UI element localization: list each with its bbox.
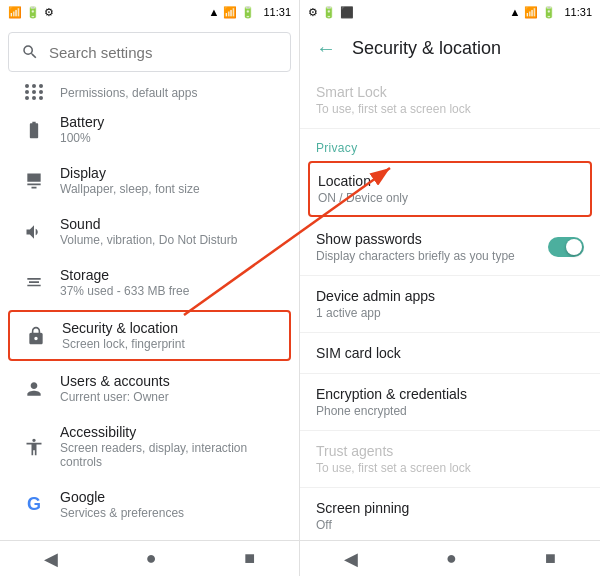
sim-card-lock-title: SIM card lock xyxy=(316,345,584,361)
lock-icon xyxy=(18,326,54,346)
right-back-button[interactable]: ◀ xyxy=(328,544,374,574)
wifi-icon: ▲ xyxy=(209,6,220,18)
security-subtitle: Screen lock, fingerprint xyxy=(62,337,281,351)
smart-lock-subtitle: To use, first set a screen lock xyxy=(316,102,584,116)
right-gear-icon: ⚙ xyxy=(308,6,318,19)
users-subtitle: Current user: Owner xyxy=(60,390,283,404)
display-title: Display xyxy=(60,165,283,181)
back-button[interactable]: ◀ xyxy=(28,544,74,574)
left-status-bar: 📶 🔋 ⚙ ▲ 📶 🔋 11:31 xyxy=(0,0,299,24)
battery-icon: 🔋 xyxy=(241,6,255,19)
left-time: 11:31 xyxy=(263,6,291,18)
device-admin-title: Device admin apps xyxy=(316,288,584,304)
settings-item-system[interactable]: System Languages, time, backup, updates xyxy=(0,530,299,540)
screen-pinning-title: Screen pinning xyxy=(316,500,584,516)
apps-subtitle: Permissions, default apps xyxy=(60,86,283,100)
storage-icon xyxy=(16,273,52,293)
right-panel-header: ← Security & location xyxy=(300,24,600,72)
settings-item-battery[interactable]: Battery 100% xyxy=(0,104,299,155)
right-nav-bar: ◀ ● ■ xyxy=(300,540,600,576)
settings-item-users[interactable]: Users & accounts Current user: Owner xyxy=(0,363,299,414)
location-title: Location xyxy=(318,173,582,189)
search-icon xyxy=(21,43,39,61)
right-battery-icon: 🔋 xyxy=(322,6,336,19)
accessibility-icon xyxy=(16,437,52,457)
show-passwords-subtitle: Display characters briefly as you type xyxy=(316,249,515,263)
search-input[interactable] xyxy=(49,44,278,61)
sound-title: Sound xyxy=(60,216,283,232)
home-button[interactable]: ● xyxy=(130,544,173,573)
accessibility-title: Accessibility xyxy=(60,424,283,440)
storage-subtitle: 37% used - 633 MB free xyxy=(60,284,283,298)
left-nav-bar: ◀ ● ■ xyxy=(0,540,299,576)
display-subtitle: Wallpaper, sleep, font size xyxy=(60,182,283,196)
battery-title: Battery xyxy=(60,114,283,130)
settings-item-display[interactable]: Display Wallpaper, sleep, font size xyxy=(0,155,299,206)
right-sim-icon: ⬛ xyxy=(340,6,354,19)
settings-item-sound[interactable]: Sound Volume, vibration, Do Not Disturb xyxy=(0,206,299,257)
right-wifi-icon: ▲ xyxy=(510,6,521,18)
right-status-right: ▲ 📶 🔋 11:31 xyxy=(510,6,592,19)
settings-item-storage[interactable]: Storage 37% used - 633 MB free xyxy=(0,257,299,308)
encryption-item[interactable]: Encryption & credentials Phone encrypted xyxy=(300,374,600,431)
screen-pinning-item[interactable]: Screen pinning Off xyxy=(300,488,600,540)
battery-icon xyxy=(16,120,52,140)
app-container: 📶 🔋 ⚙ ▲ 📶 🔋 11:31 xyxy=(0,0,600,576)
encryption-subtitle: Phone encrypted xyxy=(316,404,584,418)
battery-subtitle: 100% xyxy=(60,131,283,145)
sim-icon: 📶 xyxy=(8,6,22,19)
left-status-icons: 📶 🔋 ⚙ xyxy=(8,6,54,19)
device-admin-item[interactable]: Device admin apps 1 active app xyxy=(300,276,600,333)
right-signal-icon: 📶 xyxy=(524,6,538,19)
google-subtitle: Services & preferences xyxy=(60,506,283,520)
trust-agents-title: Trust agents xyxy=(316,443,584,459)
settings-item-apps[interactable]: Permissions, default apps xyxy=(0,80,299,104)
screen-pinning-subtitle: Off xyxy=(316,518,584,532)
settings-list: Permissions, default apps Battery 100% xyxy=(0,80,299,540)
right-status-icons: ⚙ 🔋 ⬛ xyxy=(308,6,354,19)
panel-title: Security & location xyxy=(352,38,501,59)
person-icon xyxy=(16,379,52,399)
location-item[interactable]: Location ON / Device only xyxy=(308,161,592,217)
right-home-button[interactable]: ● xyxy=(430,544,473,573)
show-passwords-toggle[interactable] xyxy=(548,237,584,257)
settings-item-accessibility[interactable]: Accessibility Screen readers, display, i… xyxy=(0,414,299,479)
right-status-bar: ⚙ 🔋 ⬛ ▲ 📶 🔋 11:31 xyxy=(300,0,600,24)
left-status-right: ▲ 📶 🔋 11:31 xyxy=(209,6,291,19)
google-icon: G xyxy=(16,494,52,515)
apps-icon xyxy=(16,84,52,100)
smart-lock-item[interactable]: Smart Lock To use, first set a screen lo… xyxy=(300,72,600,129)
trust-agents-item[interactable]: Trust agents To use, first set a screen … xyxy=(300,431,600,488)
display-icon xyxy=(16,171,52,191)
sound-icon xyxy=(16,222,52,242)
accessibility-subtitle: Screen readers, display, interaction con… xyxy=(60,441,283,469)
show-passwords-title: Show passwords xyxy=(316,231,515,247)
privacy-section-label: Privacy xyxy=(300,129,600,159)
sound-subtitle: Volume, vibration, Do Not Disturb xyxy=(60,233,283,247)
back-arrow-icon[interactable]: ← xyxy=(316,37,336,60)
search-bar[interactable] xyxy=(8,32,291,72)
settings-item-security[interactable]: Security & location Screen lock, fingerp… xyxy=(8,310,291,361)
right-time: 11:31 xyxy=(564,6,592,18)
right-recent-button[interactable]: ■ xyxy=(529,544,572,573)
location-subtitle: ON / Device only xyxy=(318,191,582,205)
trust-agents-subtitle: To use, first set a screen lock xyxy=(316,461,584,475)
right-battery2-icon: 🔋 xyxy=(542,6,556,19)
sim-card-lock-item[interactable]: SIM card lock xyxy=(300,333,600,374)
encryption-title: Encryption & credentials xyxy=(316,386,584,402)
security-settings-list: Smart Lock To use, first set a screen lo… xyxy=(300,72,600,540)
recent-button[interactable]: ■ xyxy=(228,544,271,573)
google-title: Google xyxy=(60,489,283,505)
right-panel: ⚙ 🔋 ⬛ ▲ 📶 🔋 11:31 ← Security & location … xyxy=(300,0,600,576)
show-passwords-item[interactable]: Show passwords Display characters briefl… xyxy=(300,219,600,276)
signal-icon: 📶 xyxy=(223,6,237,19)
settings-item-google[interactable]: G Google Services & preferences xyxy=(0,479,299,530)
settings-gear-icon: ⚙ xyxy=(44,6,54,19)
smart-lock-title: Smart Lock xyxy=(316,84,584,100)
users-title: Users & accounts xyxy=(60,373,283,389)
device-admin-subtitle: 1 active app xyxy=(316,306,584,320)
storage-title: Storage xyxy=(60,267,283,283)
battery-status-icon: 🔋 xyxy=(26,6,40,19)
security-title: Security & location xyxy=(62,320,281,336)
left-panel: 📶 🔋 ⚙ ▲ 📶 🔋 11:31 xyxy=(0,0,300,576)
